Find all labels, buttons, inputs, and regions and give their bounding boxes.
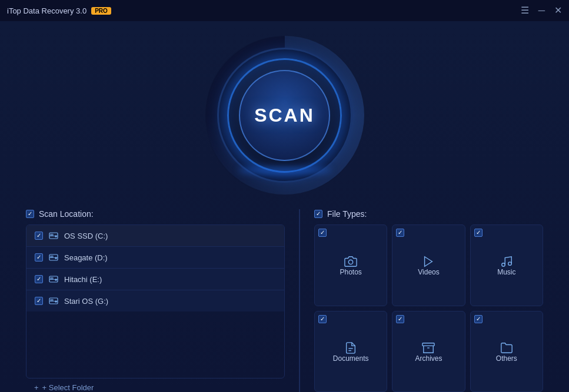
file-types-panel: File Types: Photos xyxy=(314,209,543,392)
drive-d-name: Seagate (D:) xyxy=(64,253,108,262)
photos-label: Photos xyxy=(340,268,361,276)
drive-icon xyxy=(49,253,58,262)
scan-middle-ring: SCAN xyxy=(217,48,352,183)
svg-rect-5 xyxy=(51,256,53,258)
scan-button[interactable]: SCAN xyxy=(227,58,342,173)
others-checkbox[interactable] xyxy=(474,315,483,323)
svg-point-16 xyxy=(348,260,352,264)
drive-c-checkbox[interactable] xyxy=(35,232,43,240)
folder-icon xyxy=(500,341,513,354)
select-folder-button[interactable]: + + Select Folder xyxy=(26,378,285,392)
panel-divider xyxy=(299,209,300,392)
file-type-music[interactable]: Music xyxy=(470,225,543,306)
archives-label: Archives xyxy=(415,354,442,363)
documents-label: Documents xyxy=(333,354,369,363)
file-type-videos[interactable]: Videos xyxy=(392,225,465,306)
document-icon xyxy=(344,341,357,354)
svg-point-18 xyxy=(502,263,505,267)
minimize-icon[interactable]: ─ xyxy=(538,6,545,15)
scan-location-checkbox[interactable] xyxy=(26,210,34,218)
list-item[interactable]: OS SSD (C:) xyxy=(26,225,284,247)
music-checkbox[interactable] xyxy=(474,229,483,237)
scan-location-header: Scan Location: xyxy=(26,209,285,219)
drive-e-name: Hitachi (E:) xyxy=(64,275,102,284)
window-controls: ☰ ─ ✕ xyxy=(521,6,562,15)
videos-checkbox[interactable] xyxy=(396,229,404,237)
list-item[interactable]: Hitachi (E:) xyxy=(26,269,284,290)
file-types-checkbox[interactable] xyxy=(314,210,322,218)
bottom-section: Scan Location: OS SSD (C:) xyxy=(0,209,569,392)
title-left: iTop Data Recovery 3.0 PRO xyxy=(7,6,111,15)
scan-location-panel: Scan Location: OS SSD (C:) xyxy=(26,209,285,392)
drive-icon xyxy=(49,231,58,240)
camera-icon xyxy=(344,255,357,268)
drive-g-checkbox[interactable] xyxy=(35,297,43,305)
videos-label: Videos xyxy=(418,268,439,276)
file-types-title: File Types: xyxy=(327,209,367,219)
drive-c-name: OS SSD (C:) xyxy=(64,232,108,240)
scan-outer-ring: SCAN xyxy=(205,36,364,195)
svg-point-19 xyxy=(508,262,512,266)
scan-area: SCAN xyxy=(0,21,569,209)
main-content: SCAN Scan Location: xyxy=(0,21,569,392)
others-label: Others xyxy=(496,354,517,363)
drive-d-checkbox[interactable] xyxy=(35,253,43,262)
video-icon xyxy=(422,255,435,268)
scan-location-title: Scan Location: xyxy=(39,209,94,219)
scan-label: SCAN xyxy=(254,105,315,126)
archives-checkbox[interactable] xyxy=(396,315,404,323)
title-bar: iTop Data Recovery 3.0 PRO ☰ ─ ✕ xyxy=(0,0,569,21)
archive-icon xyxy=(422,341,435,354)
file-type-others[interactable]: Others xyxy=(470,311,543,393)
drive-icon xyxy=(49,274,58,284)
scan-button-inner: SCAN xyxy=(239,70,330,161)
svg-rect-13 xyxy=(51,300,53,301)
svg-marker-17 xyxy=(425,257,432,267)
plus-icon: + xyxy=(34,383,39,392)
svg-rect-22 xyxy=(422,343,434,346)
music-label: Music xyxy=(497,268,515,276)
pro-badge: PRO xyxy=(91,7,111,15)
documents-checkbox[interactable] xyxy=(318,315,327,323)
file-type-photos[interactable]: Photos xyxy=(314,225,387,306)
svg-rect-1 xyxy=(51,234,53,236)
drive-icon xyxy=(49,296,58,306)
drive-e-checkbox[interactable] xyxy=(35,275,43,283)
file-types-header: File Types: xyxy=(314,209,543,219)
drive-scroll[interactable]: OS SSD (C:) Seagate (D:) xyxy=(26,225,284,378)
list-item[interactable]: Seagate (D:) xyxy=(26,247,284,269)
drive-list: OS SSD (C:) Seagate (D:) xyxy=(26,225,285,378)
svg-rect-9 xyxy=(51,278,53,280)
close-icon[interactable]: ✕ xyxy=(554,6,562,15)
drive-g-name: Stari OS (G:) xyxy=(64,297,108,306)
file-type-archives[interactable]: Archives xyxy=(392,311,465,393)
file-types-grid: Photos Videos xyxy=(314,225,543,392)
photos-checkbox[interactable] xyxy=(318,229,327,237)
file-type-documents[interactable]: Documents xyxy=(314,311,387,393)
app-title: iTop Data Recovery 3.0 xyxy=(7,6,86,15)
list-item[interactable]: Stari OS (G:) xyxy=(26,290,284,311)
music-icon xyxy=(500,255,513,268)
select-folder-label: + Select Folder xyxy=(42,383,94,392)
menu-icon[interactable]: ☰ xyxy=(521,6,529,15)
